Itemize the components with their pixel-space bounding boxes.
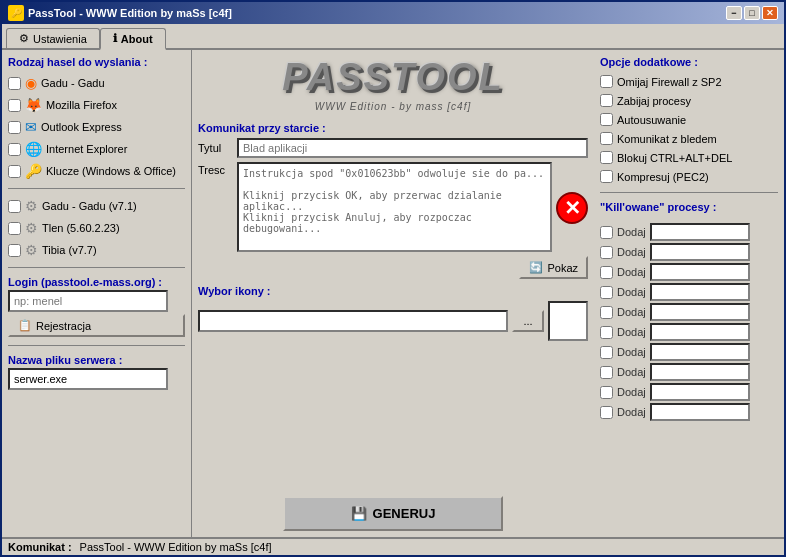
blokuj-checkbox[interactable]	[600, 151, 613, 164]
kompresuj-checkbox[interactable]	[600, 170, 613, 183]
tlen-icon: ⚙	[25, 220, 38, 236]
kill-input-8[interactable]	[650, 363, 750, 381]
kill-input-6[interactable]	[650, 323, 750, 341]
firewall-checkbox[interactable]	[600, 75, 613, 88]
info-icon: ℹ	[113, 32, 117, 45]
right-panel: Opcje dodatkowe : Omijaj Firewall z SP2 …	[594, 50, 784, 537]
kill-checkbox-8[interactable]	[600, 366, 613, 379]
kill-checkbox-9[interactable]	[600, 386, 613, 399]
tab-ustawienia[interactable]: ⚙ Ustawienia	[6, 28, 100, 48]
outlook-label: Outlook Express	[41, 121, 122, 133]
gadu-v7-icon: ⚙	[25, 198, 38, 214]
list-item: ◉ Gadu - Gadu	[8, 74, 185, 92]
wybor-row: ...	[198, 301, 588, 341]
kill-checkbox-2[interactable]	[600, 246, 613, 259]
status-label: Komunikat :	[8, 541, 72, 553]
maximize-button[interactable]: □	[744, 6, 760, 20]
logo-text: PASSTOOL	[282, 56, 504, 99]
nazwa-input[interactable]	[8, 368, 168, 390]
komunikat-checkbox[interactable]	[600, 132, 613, 145]
title-buttons: − □ ✕	[726, 6, 778, 20]
kill-checkbox-7[interactable]	[600, 346, 613, 359]
nazwa-group: Nazwa pliku serwera :	[8, 354, 185, 390]
list-item: Blokuj CTRL+ALT+DEL	[600, 150, 778, 165]
tresc-row: Tresc Instrukcja spod "0x010623bb" odwol…	[198, 162, 588, 254]
kill-dodaj-4: Dodaj	[617, 286, 646, 298]
kill-dodaj-3: Dodaj	[617, 266, 646, 278]
firefox-checkbox[interactable]	[8, 99, 21, 112]
list-item: Dodaj	[600, 363, 778, 381]
kill-input-7[interactable]	[650, 343, 750, 361]
divider	[8, 188, 185, 189]
klucze-checkbox[interactable]	[8, 165, 21, 178]
kill-checkbox-10[interactable]	[600, 406, 613, 419]
kill-input-1[interactable]	[650, 223, 750, 241]
list-item: Komunikat z bledem	[600, 131, 778, 146]
tab-ustawienia-label: Ustawienia	[33, 33, 87, 45]
error-icon: ✕	[556, 192, 588, 224]
firefox-icon: 🦊	[25, 97, 42, 113]
gadu-v7-checkbox[interactable]	[8, 200, 21, 213]
login-input[interactable]	[8, 290, 168, 312]
ie-checkbox[interactable]	[8, 143, 21, 156]
main-window: 🔑 PassTool - WWW Edition by maSs [c4f] −…	[0, 0, 786, 557]
main-content: Rodzaj hasel do wyslania : ◉ Gadu - Gadu…	[2, 50, 784, 537]
window-title: PassTool - WWW Edition by maSs [c4f]	[28, 7, 232, 19]
pokaz-button[interactable]: 🔄 Pokaz	[519, 256, 588, 279]
ie-label: Internet Explorer	[46, 143, 127, 155]
komunikat-title: Komunikat przy starcie :	[198, 122, 588, 134]
minimize-button[interactable]: −	[726, 6, 742, 20]
kill-input-5[interactable]	[650, 303, 750, 321]
tresc-textarea[interactable]: Instrukcja spod "0x010623bb" odwoluje si…	[237, 162, 552, 252]
wybor-browse-button[interactable]: ...	[512, 310, 544, 332]
kill-checkbox-4[interactable]	[600, 286, 613, 299]
divider2	[8, 267, 185, 268]
kill-checkbox-3[interactable]	[600, 266, 613, 279]
autousuwanie-label: Autousuwanie	[617, 114, 686, 126]
tab-about[interactable]: ℹ About	[100, 28, 166, 50]
login-title: Login (passtool.e-mass.org) :	[8, 276, 185, 288]
list-item: Dodaj	[600, 403, 778, 421]
kill-input-10[interactable]	[650, 403, 750, 421]
kill-dodaj-5: Dodaj	[617, 306, 646, 318]
outlook-checkbox[interactable]	[8, 121, 21, 134]
app-icon: 🔑	[8, 5, 24, 21]
autousuwanie-checkbox[interactable]	[600, 113, 613, 126]
tibia-label: Tibia (v7.7)	[42, 244, 97, 256]
tlen-checkbox[interactable]	[8, 222, 21, 235]
list-item: 🦊 Mozilla Firefox	[8, 96, 185, 114]
list-item: Dodaj	[600, 223, 778, 241]
tytul-input[interactable]	[237, 138, 588, 158]
kill-dodaj-9: Dodaj	[617, 386, 646, 398]
gadu-v7-label: Gadu - Gadu (v7.1)	[42, 200, 137, 212]
list-item: Dodaj	[600, 243, 778, 261]
gadu-gadu-checkbox[interactable]	[8, 77, 21, 90]
list-item: ⚙ Tibia (v7.7)	[8, 241, 185, 259]
divider3	[8, 345, 185, 346]
list-item: Dodaj	[600, 303, 778, 321]
close-button[interactable]: ✕	[762, 6, 778, 20]
kill-input-9[interactable]	[650, 383, 750, 401]
procesy-checkbox[interactable]	[600, 94, 613, 107]
kill-checkbox-5[interactable]	[600, 306, 613, 319]
list-item: ⚙ Tlen (5.60.2.23)	[8, 219, 185, 237]
list-item: Dodaj	[600, 283, 778, 301]
kill-input-2[interactable]	[650, 243, 750, 261]
generuj-section: 💾 GENERUJ	[198, 496, 588, 531]
kill-checkbox-1[interactable]	[600, 226, 613, 239]
tibia-checkbox[interactable]	[8, 244, 21, 257]
list-item: Zabijaj procesy	[600, 93, 778, 108]
rejestracja-label: Rejestracja	[36, 320, 91, 332]
pokaz-row: 🔄 Pokaz	[198, 256, 588, 279]
kill-input-3[interactable]	[650, 263, 750, 281]
list-item: Kompresuj (PEC2)	[600, 169, 778, 184]
wybor-input[interactable]	[198, 310, 508, 332]
generuj-button[interactable]: 💾 GENERUJ	[283, 496, 503, 531]
list-item: Omijaj Firewall z SP2	[600, 74, 778, 89]
kill-checkbox-6[interactable]	[600, 326, 613, 339]
logo-subtitle: WWW Edition - by mass [c4f]	[315, 101, 471, 112]
dots-label: ...	[523, 315, 532, 327]
gear-icon: ⚙	[19, 32, 29, 45]
rejestracja-button[interactable]: 📋 Rejestracja	[8, 314, 185, 337]
kill-input-4[interactable]	[650, 283, 750, 301]
